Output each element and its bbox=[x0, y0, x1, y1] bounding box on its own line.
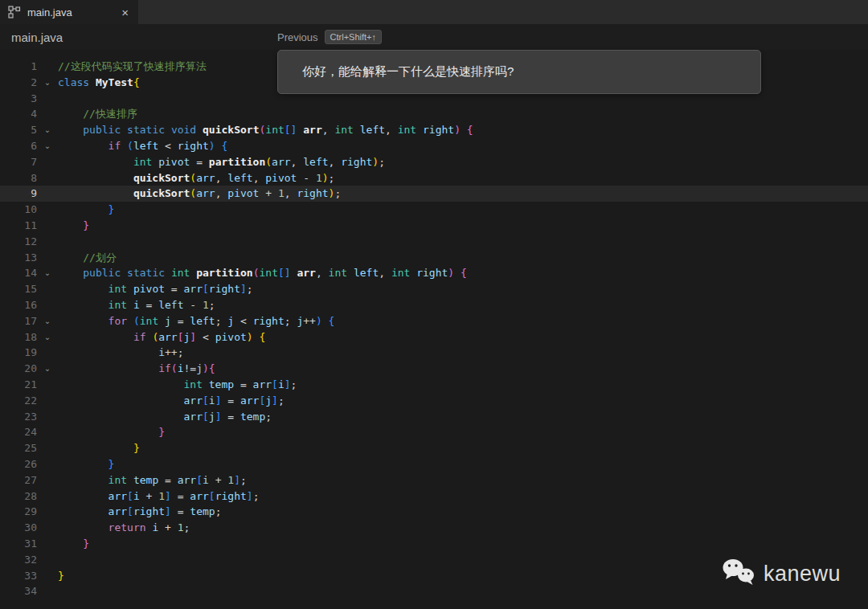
code-token: < bbox=[234, 315, 252, 327]
fold-gutter bbox=[37, 186, 58, 202]
fold-gutter bbox=[37, 234, 58, 250]
code-line: 12 bbox=[0, 234, 868, 250]
line-number: 32 bbox=[0, 552, 37, 568]
code-token: right bbox=[423, 124, 454, 136]
code-token: MyTest bbox=[96, 76, 133, 88]
code-token: public bbox=[83, 124, 121, 136]
tab-main-java[interactable]: main.java × bbox=[0, 0, 138, 24]
code-token: ; bbox=[215, 505, 222, 517]
code-token bbox=[215, 140, 222, 152]
line-number: 7 bbox=[0, 154, 37, 170]
watermark-text: kanewu bbox=[764, 562, 841, 587]
code-token: int bbox=[329, 267, 347, 279]
code-token: = bbox=[140, 299, 158, 311]
code-line: 6⌄if (left < right) { bbox=[0, 138, 868, 154]
code-content: if (left < right) { bbox=[58, 138, 868, 154]
code-token bbox=[127, 315, 133, 327]
code-content: int pivot = partition(arr, left, right); bbox=[58, 154, 868, 170]
line-number: 30 bbox=[0, 520, 37, 536]
code-token: right bbox=[297, 187, 328, 199]
code-token: ] bbox=[240, 283, 247, 295]
code-token: + bbox=[158, 521, 177, 533]
fold-gutter bbox=[37, 393, 58, 409]
fold-gutter bbox=[37, 297, 58, 313]
code-token: j bbox=[165, 315, 171, 327]
fold-gutter bbox=[37, 106, 58, 122]
code-token: //快速排序 bbox=[83, 108, 137, 120]
code-line: 24} bbox=[0, 424, 868, 440]
code-token: void bbox=[171, 124, 196, 136]
fold-chevron-icon[interactable]: ⌄ bbox=[37, 329, 58, 345]
code-token bbox=[158, 315, 165, 327]
code-token: = bbox=[171, 490, 190, 502]
fold-gutter bbox=[37, 504, 58, 520]
line-number: 16 bbox=[0, 297, 37, 313]
previous-label[interactable]: Previous bbox=[277, 31, 318, 43]
code-content: arr[i + 1] = arr[right]; bbox=[58, 488, 868, 505]
code-token: right bbox=[178, 140, 209, 152]
fold-chevron-icon[interactable]: ⌄ bbox=[37, 313, 58, 329]
fold-chevron-icon[interactable]: ⌄ bbox=[37, 361, 58, 377]
code-line: 15int pivot = arr[right]; bbox=[0, 281, 868, 297]
fold-chevron-icon[interactable]: ⌄ bbox=[37, 75, 58, 91]
code-token: pivot bbox=[215, 331, 247, 343]
code-token: int bbox=[259, 267, 277, 279]
code-token: public bbox=[83, 267, 121, 279]
code-line: 11} bbox=[0, 218, 868, 234]
code-token: ) bbox=[316, 315, 322, 327]
code-token: int bbox=[334, 124, 353, 136]
tab-bar: main.java × bbox=[0, 0, 868, 24]
fold-chevron-icon[interactable]: ⌄ bbox=[37, 122, 58, 138]
code-token: ] bbox=[190, 331, 196, 343]
editor-header-row: main.java Previous Ctrl+Shift+↑ bbox=[0, 24, 868, 50]
line-number: 17 bbox=[0, 313, 37, 329]
fold-gutter bbox=[37, 583, 58, 599]
code-line: 13//划分 bbox=[0, 250, 868, 266]
code-token: , bbox=[322, 124, 335, 136]
code-token: arr bbox=[184, 283, 203, 295]
code-token bbox=[322, 315, 329, 327]
code-token: arr bbox=[183, 411, 202, 423]
fold-gutter bbox=[37, 218, 58, 234]
code-token: 1 bbox=[203, 299, 209, 311]
code-token: ] bbox=[165, 490, 171, 502]
code-token: int bbox=[108, 299, 127, 311]
java-file-structure-icon bbox=[8, 6, 21, 18]
code-token: left bbox=[360, 124, 385, 136]
code-token: arr bbox=[196, 172, 215, 184]
code-content: } bbox=[58, 202, 868, 218]
code-token: pivot bbox=[133, 283, 165, 295]
fold-chevron-icon[interactable]: ⌄ bbox=[37, 265, 58, 281]
code-token: ++; bbox=[165, 346, 183, 358]
code-token: ) bbox=[247, 331, 253, 343]
code-token: arr bbox=[253, 378, 272, 390]
code-token: quickSort bbox=[133, 172, 190, 184]
code-token: j bbox=[196, 362, 203, 374]
code-editor[interactable]: 1//这段代码实现了快速排序算法2⌄class MyTest{34//快速排序5… bbox=[0, 50, 868, 609]
code-content: } bbox=[58, 424, 868, 440]
fold-gutter bbox=[37, 281, 58, 297]
fold-gutter bbox=[37, 154, 58, 170]
fold-gutter bbox=[37, 472, 58, 488]
code-token bbox=[461, 124, 467, 136]
code-token: i bbox=[158, 346, 165, 358]
fold-gutter bbox=[37, 345, 58, 361]
fold-chevron-icon[interactable]: ⌄ bbox=[37, 138, 58, 154]
code-token: ] bbox=[165, 505, 171, 517]
line-number: 26 bbox=[0, 456, 37, 472]
code-content: public static void quickSort(int[] arr, … bbox=[58, 122, 868, 138]
code-line: 4//快速排序 bbox=[0, 106, 868, 122]
code-content: quickSort(arr, pivot + 1, right); bbox=[58, 186, 868, 202]
code-token bbox=[196, 124, 203, 136]
code-token: if bbox=[158, 362, 171, 374]
breadcrumb[interactable]: main.java bbox=[0, 31, 63, 44]
close-icon[interactable]: × bbox=[120, 6, 130, 18]
code-token: ; bbox=[285, 315, 297, 327]
code-token: arr bbox=[190, 490, 208, 502]
code-content: int i = left - 1; bbox=[58, 297, 868, 313]
line-number: 27 bbox=[0, 472, 37, 488]
fold-gutter bbox=[37, 568, 58, 584]
code-token: } bbox=[158, 426, 165, 438]
code-token: right bbox=[209, 283, 240, 295]
line-number: 18 bbox=[0, 329, 37, 345]
